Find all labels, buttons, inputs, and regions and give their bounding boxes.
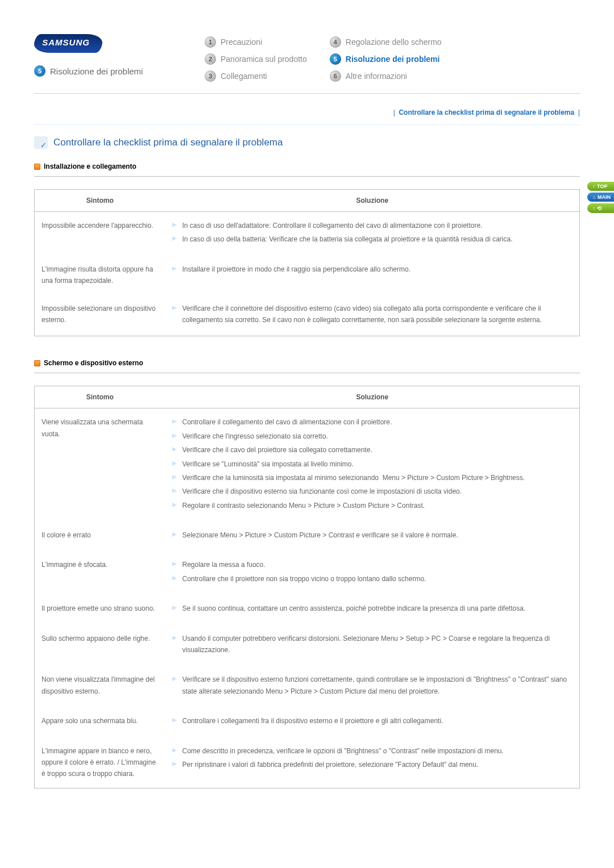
- bullet-icon: [34, 164, 40, 170]
- solution-cell: In caso di uso dell'adattatore: Controll…: [165, 212, 580, 256]
- solution-cell: Usando il computer potrebbero verificars…: [165, 625, 580, 666]
- bullet-icon: [34, 360, 40, 366]
- table-row: L'immagine appare in bianco e nero, oppu…: [35, 737, 580, 788]
- solution-item: Verificare che il connettore del disposi…: [172, 303, 573, 326]
- nav-item-5[interactable]: 5Risoluzione dei problemi: [330, 53, 442, 65]
- symptom-cell: Il colore è errato: [35, 521, 165, 551]
- table-row: Appare solo una schermata blu.Controllar…: [35, 707, 580, 737]
- symptom-cell: L'immagine è sfocata.: [35, 551, 165, 595]
- subsection-title: Schermo e dispositivo esterno: [44, 359, 143, 367]
- table-row: L'immagine risulta distorta oppure ha un…: [35, 256, 580, 295]
- solution-item: Per ripristinare i valori di fabbrica pr…: [172, 759, 573, 770]
- solution-item: Regolare la messa a fuoco.: [172, 559, 573, 570]
- table-row: Non viene visualizzata l'immagine del di…: [35, 666, 580, 707]
- header: SAMSUNG 5 Risoluzione dei problemi 1Prec…: [34, 34, 580, 94]
- nav-item-label: Panoramica sul prodotto: [221, 55, 307, 64]
- side-top-button[interactable]: ↑TOP: [587, 182, 614, 191]
- side-ext-button[interactable]: ↑⟲: [587, 203, 614, 213]
- section-heading: Controllare la checklist prima di segnal…: [34, 136, 580, 149]
- solution-cell: Come descritto in precedenza, verificare…: [165, 737, 580, 788]
- symptom-cell: Viene visualizzata una schermata vuota.: [35, 408, 165, 521]
- nav-item-1[interactable]: 1Precauzioni: [205, 36, 307, 48]
- nav-item-4[interactable]: 4Regolazione dello schermo: [330, 36, 442, 48]
- solution-item: Controllare il collegamento del cavo di …: [172, 416, 573, 428]
- symptom-cell: Impossibile accendere l'apparecchio.: [35, 212, 165, 256]
- nav-item-2[interactable]: 2Panoramica sul prodotto: [205, 53, 307, 65]
- page-title-text: Risoluzione dei problemi: [50, 66, 143, 76]
- table-row: Sullo schermo appaiono delle righe.Usand…: [35, 625, 580, 666]
- solution-cell: Verificare che il connettore del disposi…: [165, 295, 580, 336]
- solution-item: Usando il computer potrebbero verificars…: [172, 633, 573, 656]
- table-row: L'immagine è sfocata.Regolare la messa a…: [35, 551, 580, 595]
- table-row: Viene visualizzata una schermata vuota.C…: [35, 408, 580, 521]
- solution-cell: Regolare la messa a fuoco.Controllare ch…: [165, 551, 580, 595]
- nav-number-badge: 6: [330, 70, 341, 82]
- solution-item: Regolare il contrasto selezionando Menu …: [172, 500, 573, 511]
- col-solution: Soluzione: [165, 386, 580, 408]
- solution-item: Verificare che il cavo del proiettore si…: [172, 444, 573, 456]
- solution-item: Selezionare Menu > Picture > Custom Pict…: [172, 529, 573, 541]
- symptom-cell: L'immagine risulta distorta oppure ha un…: [35, 256, 165, 295]
- solution-item: Verificare se "Luminosità" sia impostata…: [172, 458, 573, 470]
- side-main-button[interactable]: ⌂MAIN: [587, 193, 614, 202]
- solution-item: Installare il proiettore in modo che il …: [172, 264, 573, 275]
- nav-item-label: Risoluzione dei problemi: [346, 55, 440, 64]
- nav-item-label: Collegamenti: [221, 72, 267, 81]
- col-solution: Soluzione: [165, 190, 580, 212]
- subsection-heading: Installazione e collegamento: [34, 162, 580, 177]
- nav-item-6[interactable]: 6Altre informazioni: [330, 70, 442, 82]
- symptom-cell: L'immagine appare in bianco e nero, oppu…: [35, 737, 165, 788]
- breadcrumb-row: | Controllare la checklist prima di segn…: [34, 104, 580, 125]
- col-symptom: Sintomo: [35, 190, 165, 212]
- nav-item-3[interactable]: 3Collegamenti: [205, 70, 307, 82]
- section-heading-text: Controllare la checklist prima di segnal…: [53, 137, 283, 148]
- solution-item: Controllare che il proiettore non sia tr…: [172, 573, 573, 585]
- solution-item: Verificare che l'ingresso selezionato si…: [172, 431, 573, 442]
- nav-number-badge: 5: [330, 53, 341, 65]
- page-title: 5 Risoluzione dei problemi: [34, 65, 205, 77]
- nav-item-label: Altre informazioni: [346, 72, 407, 81]
- table-row: Il proiettore emette uno strano suono.Se…: [35, 595, 580, 624]
- symptom-cell: Sullo schermo appaiono delle righe.: [35, 625, 165, 666]
- solution-item: Verificare che il dispositivo esterno si…: [172, 486, 573, 497]
- solution-item: Come descritto in precedenza, verificare…: [172, 745, 573, 757]
- subsection-title: Installazione e collegamento: [44, 162, 136, 170]
- table-row: Il colore è erratoSelezionare Menu > Pic…: [35, 521, 580, 551]
- col-symptom: Sintomo: [35, 386, 165, 408]
- solution-cell: Se il suono continua, contattare un cent…: [165, 595, 580, 624]
- solution-item: Verificare che la luminosità sia imposta…: [172, 472, 573, 483]
- nav-number-badge: 1: [205, 36, 216, 48]
- top-nav: 1Precauzioni2Panoramica sul prodotto3Col…: [205, 34, 580, 82]
- nav-number-badge: 3: [205, 70, 216, 82]
- troubleshoot-table: SintomoSoluzioneViene visualizzata una s…: [34, 386, 580, 788]
- solution-item: Se il suono continua, contattare un cent…: [172, 603, 573, 614]
- checklist-icon: [34, 136, 48, 149]
- symptom-cell: Appare solo una schermata blu.: [35, 707, 165, 737]
- nav-number-badge: 4: [330, 36, 341, 48]
- table-row: Impossibile selezionare un dispositivo e…: [35, 295, 580, 336]
- symptom-cell: Impossibile selezionare un dispositivo e…: [35, 295, 165, 336]
- solution-cell: Verificare se il dispositivo esterno fun…: [165, 666, 580, 707]
- solution-cell: Controllare i collegamenti fra il dispos…: [165, 707, 580, 737]
- troubleshoot-table: SintomoSoluzioneImpossibile accendere l'…: [34, 189, 580, 336]
- symptom-cell: Non viene visualizzata l'immagine del di…: [35, 666, 165, 707]
- breadcrumb-link[interactable]: Controllare la checklist prima di segnal…: [399, 108, 574, 116]
- solution-item: In caso di uso della batteria: Verificar…: [172, 233, 573, 245]
- solution-item: In caso di uso dell'adattatore: Controll…: [172, 220, 573, 231]
- page-number-badge: 5: [34, 65, 45, 77]
- side-nav: ↑TOP ⌂MAIN ↑⟲: [587, 182, 614, 213]
- nav-number-badge: 2: [205, 53, 216, 65]
- samsung-logo: SAMSUNG: [33, 34, 103, 53]
- solution-cell: Selezionare Menu > Picture > Custom Pict…: [165, 521, 580, 551]
- solution-item: Verificare se il dispositivo esterno fun…: [172, 674, 573, 697]
- subsection-heading: Schermo e dispositivo esterno: [34, 359, 580, 373]
- nav-item-label: Regolazione dello schermo: [346, 37, 442, 47]
- solution-item: Controllare i collegamenti fra il dispos…: [172, 715, 573, 727]
- symptom-cell: Il proiettore emette uno strano suono.: [35, 595, 165, 624]
- solution-cell: Controllare il collegamento del cavo di …: [165, 408, 580, 521]
- nav-item-label: Precauzioni: [221, 37, 262, 47]
- solution-cell: Installare il proiettore in modo che il …: [165, 256, 580, 295]
- table-row: Impossibile accendere l'apparecchio.In c…: [35, 212, 580, 256]
